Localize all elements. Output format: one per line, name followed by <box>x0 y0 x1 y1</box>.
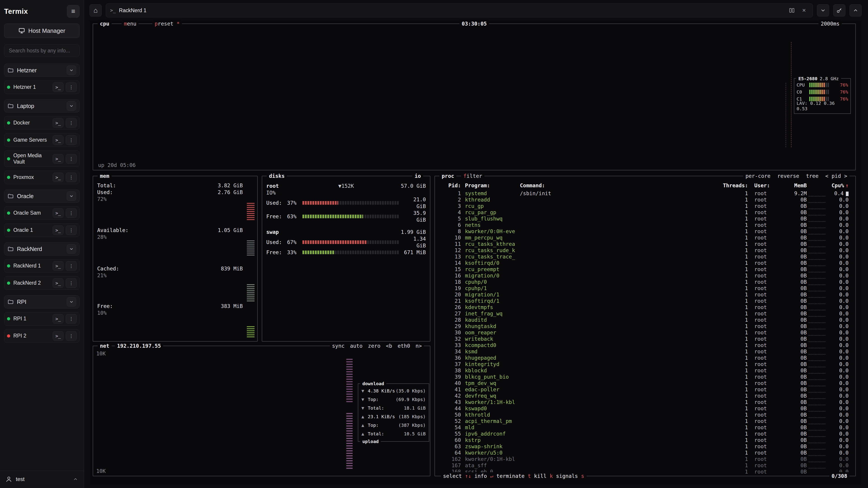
connect-terminal-button[interactable]: >_ <box>53 118 64 128</box>
chevron-up-icon[interactable] <box>73 477 78 482</box>
process-row[interactable]: 39blkcg_punt_bio1root0B0.0 <box>439 374 851 380</box>
process-row[interactable]: 30oom_reaper1root0B0.0 <box>439 329 851 336</box>
host-item[interactable]: RackNerd 2 >_ ⋮ <box>4 276 80 290</box>
connect-terminal-button[interactable]: >_ <box>53 154 64 164</box>
host-options-button[interactable]: ⋮ <box>66 83 76 92</box>
process-row[interactable]: 8kworker/0:0H-eve1root0B0.0 <box>439 228 851 234</box>
terminal-screen[interactable]: cpu menu preset * 03:30:05 2000ms E5-268… <box>90 20 862 484</box>
process-row[interactable]: 42devfreq_wq1root0B0.0 <box>439 393 851 399</box>
filter-toggle[interactable]: filter <box>461 172 485 180</box>
connect-terminal-button[interactable]: >_ <box>53 135 64 145</box>
host-item[interactable]: Oracle Sam >_ ⋮ <box>4 206 80 220</box>
ssh-keys-button[interactable] <box>833 4 845 17</box>
process-row[interactable]: 3rcu_gp1root0B0.0 <box>439 203 851 209</box>
group-header[interactable]: Hetzner <box>4 64 80 77</box>
connect-terminal-button[interactable]: >_ <box>53 261 64 271</box>
host-options-button[interactable]: ⋮ <box>66 118 76 128</box>
process-row[interactable]: 38kblockd1root0B0.0 <box>439 367 851 374</box>
process-row[interactable]: 28kauditd1root0B0.0 <box>439 317 851 323</box>
process-row[interactable]: 1systemd/sbin/init1root9.2M0.4 <box>439 190 851 197</box>
split-view-button[interactable] <box>787 6 796 15</box>
process-row[interactable]: 162kworker/0:1H-kbl1root0B0.0 <box>439 456 851 462</box>
process-row[interactable]: 6netns1root0B0.0 <box>439 222 851 228</box>
close-tab-button[interactable]: × <box>800 6 809 15</box>
process-row[interactable]: 43kworker/1:1H-kbl1root0B0.0 <box>439 399 851 405</box>
process-row[interactable]: 11rcu_tasks_kthrea1root0B0.0 <box>439 241 851 247</box>
process-row[interactable]: 13rcu_tasks_trace_1root0B0.0 <box>439 254 851 260</box>
update-interval[interactable]: 2000ms <box>818 20 842 28</box>
process-row[interactable]: 29khungtaskd1root0B0.0 <box>439 323 851 329</box>
host-options-button[interactable]: ⋮ <box>66 331 76 341</box>
sidebar-menu-button[interactable]: ≡ <box>67 5 80 18</box>
process-row[interactable]: 33kcompactd01root0B0.0 <box>439 342 851 348</box>
host-item[interactable]: Docker >_ ⋮ <box>4 116 80 130</box>
process-row[interactable]: 34ksmd1root0B0.0 <box>439 348 851 355</box>
process-row[interactable]: 32writeback1root0B0.0 <box>439 336 851 342</box>
process-row[interactable]: 40tpm_dev_wq1root0B0.0 <box>439 380 851 386</box>
process-row[interactable]: 167ata_sff1root0B0.0 <box>439 462 851 468</box>
process-row[interactable]: 18cpuhp/01root0B0.0 <box>439 279 851 285</box>
connect-terminal-button[interactable]: >_ <box>53 83 64 92</box>
group-collapse-button[interactable] <box>67 244 76 254</box>
host-item[interactable]: Game Servers >_ ⋮ <box>4 133 80 147</box>
process-row[interactable]: 52acpi_thermal_pm1root0B0.0 <box>439 418 851 424</box>
process-row[interactable]: 4rcu_par_gp1root0B0.0 <box>439 209 851 216</box>
sidebar-footer[interactable]: test <box>0 470 84 484</box>
host-item[interactable]: RPI 2 >_ ⋮ <box>4 329 80 343</box>
host-item[interactable]: RPI 1 >_ ⋮ <box>4 312 80 326</box>
host-item[interactable]: Hetzner 1 >_ ⋮ <box>4 80 80 94</box>
connect-terminal-button[interactable]: >_ <box>53 225 64 235</box>
group-header[interactable]: Laptop <box>4 99 80 112</box>
group-collapse-button[interactable] <box>67 66 76 75</box>
process-row[interactable]: 10mm_percpu_wq1root0B0.0 <box>439 234 851 241</box>
process-row[interactable]: 41edac-poller1root0B0.0 <box>439 386 851 393</box>
host-options-button[interactable]: ⋮ <box>66 278 76 288</box>
host-options-button[interactable]: ⋮ <box>66 135 76 145</box>
process-row[interactable]: 20migration/11root0B0.0 <box>439 291 851 298</box>
tab-racknerd-1[interactable]: >_ RackNerd 1 <box>110 7 147 13</box>
process-row[interactable]: 21ksoftirqd/11root0B0.0 <box>439 298 851 304</box>
host-item[interactable]: Proxmox >_ ⋮ <box>4 170 80 184</box>
process-row[interactable]: 60kstrp1root0B0.0 <box>439 437 851 443</box>
host-options-button[interactable]: ⋮ <box>66 208 76 218</box>
connect-terminal-button[interactable]: >_ <box>53 314 64 324</box>
process-row[interactable]: 26kdevtmpfs1root0B0.0 <box>439 304 851 311</box>
connect-terminal-button[interactable]: >_ <box>53 208 64 218</box>
process-row[interactable]: 15rcu_preempt1root0B0.0 <box>439 266 851 272</box>
group-collapse-button[interactable] <box>67 191 76 201</box>
host-item[interactable]: Oracle 1 >_ ⋮ <box>4 223 80 237</box>
preset-toggle[interactable]: preset * <box>152 20 182 28</box>
search-input[interactable] <box>4 44 80 57</box>
process-row[interactable]: 16migration/01root0B0.0 <box>439 272 851 279</box>
process-row[interactable]: 64kworker/u5:01root0B0.0 <box>439 450 851 456</box>
tab-list-button[interactable] <box>817 4 829 17</box>
group-collapse-button[interactable] <box>67 101 76 111</box>
group-header[interactable]: RPI <box>4 295 80 308</box>
host-options-button[interactable]: ⋮ <box>66 225 76 235</box>
group-header[interactable]: RackNerd <box>4 242 80 256</box>
process-row[interactable]: 19cpuhp/11root0B0.0 <box>439 285 851 291</box>
host-item[interactable]: RackNerd 1 >_ ⋮ <box>4 259 80 273</box>
process-row[interactable]: 63zswap-shrink1root0B0.0 <box>439 443 851 450</box>
host-options-button[interactable]: ⋮ <box>66 261 76 271</box>
group-header[interactable]: Oracle <box>4 190 80 203</box>
process-row[interactable]: 12rcu_tasks_rude_k1root0B0.0 <box>439 247 851 254</box>
host-options-button[interactable]: ⋮ <box>66 173 76 182</box>
process-row[interactable]: 27inet_frag_wq1root0B0.0 <box>439 311 851 317</box>
host-options-button[interactable]: ⋮ <box>66 314 76 324</box>
proc-toggles[interactable]: per-corereversetree< pid > <box>743 172 849 180</box>
connect-terminal-button[interactable]: >_ <box>53 278 64 288</box>
host-options-button[interactable]: ⋮ <box>66 154 76 164</box>
process-row[interactable]: 14ksoftirqd/01root0B0.0 <box>439 260 851 266</box>
process-row[interactable]: 50kthrotld1root0B0.0 <box>439 412 851 418</box>
collapse-button[interactable] <box>849 4 862 17</box>
process-row[interactable]: 5slub_flushwq1root0B0.0 <box>439 216 851 222</box>
group-collapse-button[interactable] <box>67 297 76 306</box>
process-row[interactable]: 37kintegrityd1root0B0.0 <box>439 361 851 367</box>
process-row[interactable]: 2kthreadd1root0B0.0 <box>439 197 851 203</box>
process-row[interactable]: 54mld1root0B0.0 <box>439 424 851 431</box>
connect-terminal-button[interactable]: >_ <box>53 331 64 341</box>
process-row[interactable]: 44kswapd01root0B0.0 <box>439 405 851 412</box>
process-row[interactable]: 55ipv6_addrconf1root0B0.0 <box>439 431 851 437</box>
net-toggles[interactable]: syncautozero<beth0n> <box>330 342 424 350</box>
